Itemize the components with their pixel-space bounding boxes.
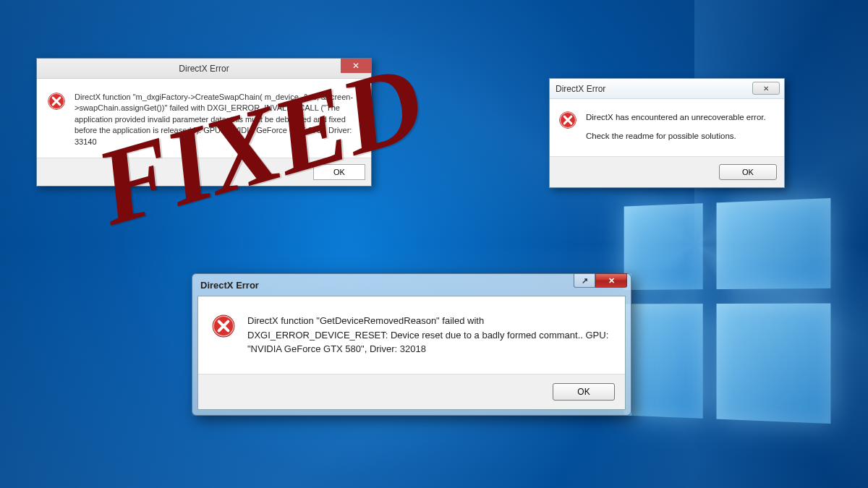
error-dialog-1: DirectX Error ✕ DirectX function "m_dxgi… [36, 58, 372, 187]
close-icon: ✕ [352, 61, 359, 71]
error-message: DirectX function "m_dxgiFactory->CreateS… [75, 92, 361, 147]
dialog-title: DirectX Error [200, 280, 259, 291]
error-icon [211, 314, 236, 356]
dialog-title: DirectX Error [556, 84, 605, 94]
error-dialog-3: DirectX Error ↗ ✕ DirectX [192, 273, 631, 416]
dialog-footer: OK [198, 374, 625, 409]
ok-button[interactable]: OK [719, 164, 777, 180]
dialog-footer: OK [37, 158, 371, 186]
dialog-title: DirectX Error [179, 64, 229, 74]
close-button[interactable]: ✕ [752, 82, 780, 95]
close-icon: ✕ [763, 85, 769, 93]
error-message: DirectX function "GetDeviceRemovedReason… [247, 314, 612, 356]
windows-logo [624, 198, 831, 424]
help-icon: ↗ [582, 276, 588, 286]
dialog-footer: OK [550, 156, 784, 187]
help-button[interactable]: ↗ [574, 273, 595, 288]
error-message-line1: DirectX has encountered an unrecoverable… [586, 111, 766, 124]
ok-button[interactable]: OK [313, 164, 365, 180]
error-message-line2: Check the readme for possible solutions. [586, 129, 766, 142]
error-message: DirectX has encountered an unrecoverable… [586, 111, 766, 143]
titlebar[interactable]: DirectX Error ↗ ✕ [197, 274, 626, 296]
close-icon: ✕ [608, 276, 615, 286]
error-icon [558, 111, 577, 143]
titlebar[interactable]: DirectX Error ✕ [37, 59, 371, 79]
error-dialog-2: DirectX Error ✕ DirectX has encountered … [549, 78, 785, 188]
close-button[interactable]: ✕ [341, 59, 371, 73]
error-icon [47, 92, 66, 147]
close-button[interactable]: ✕ [595, 273, 627, 288]
ok-button[interactable]: OK [553, 383, 615, 401]
titlebar[interactable]: DirectX Error ✕ [550, 79, 784, 99]
